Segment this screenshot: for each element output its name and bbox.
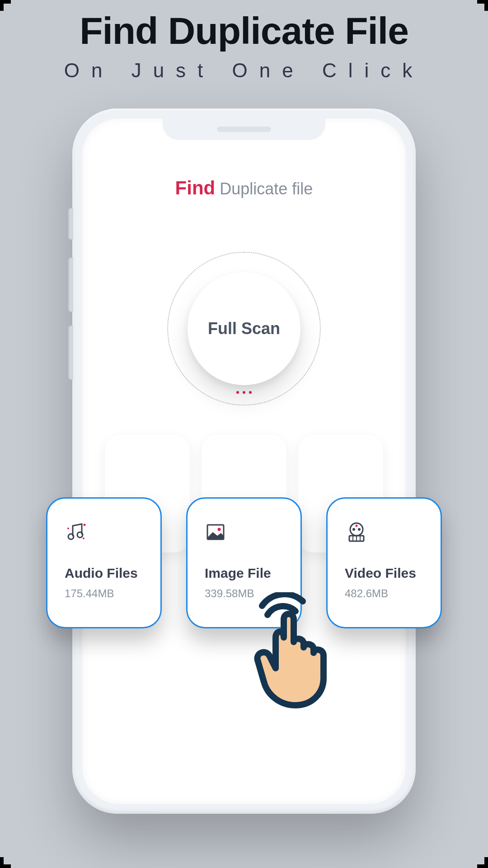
headline-subtitle: On Just One Click [0,59,488,82]
category-card-video[interactable]: Video Files 482.6MB [326,497,442,628]
card-size: 175.44MB [65,587,147,600]
card-size: 339.58MB [205,587,287,600]
svg-point-6 [218,528,221,531]
svg-point-9 [358,528,361,531]
scan-area: Full Scan [167,252,321,406]
crop-mark [0,0,11,11]
category-card-row: Audio Files 175.44MB Image File 339.58MB [41,497,447,628]
full-scan-button[interactable]: Full Scan [188,272,300,385]
headline-title: Find Duplicate File [0,9,488,53]
crop-mark [477,857,488,868]
svg-point-2 [84,524,86,526]
crop-mark [0,857,11,868]
video-icon [345,519,427,546]
app-brand: Find [175,177,216,198]
card-title: Video Files [345,566,427,581]
svg-point-8 [352,528,355,531]
card-title: Audio Files [65,566,147,581]
svg-point-1 [77,532,83,538]
full-scan-label: Full Scan [208,319,280,338]
music-icon [65,519,147,546]
category-card-audio[interactable]: Audio Files 175.44MB [46,497,162,628]
crop-mark [477,0,488,11]
phone-notch [163,118,325,140]
phone-mockup: Find Duplicate file Full Scan [72,108,416,814]
phone-screen: Find Duplicate file Full Scan [82,118,406,804]
card-title: Image File [205,566,287,581]
category-card-image[interactable]: Image File 339.58MB [186,497,302,628]
svg-point-4 [83,538,84,539]
app-suffix: Duplicate file [220,179,313,198]
card-size: 482.6MB [345,587,427,600]
svg-point-0 [68,534,74,539]
image-icon [205,519,287,546]
promo-headline: Find Duplicate File On Just One Click [0,0,488,82]
scan-progress-dots [236,391,252,394]
svg-point-10 [356,525,358,527]
phone-side-button [68,208,73,240]
phone-side-button [68,326,73,380]
phone-side-button [68,258,73,312]
svg-point-3 [67,528,69,529]
